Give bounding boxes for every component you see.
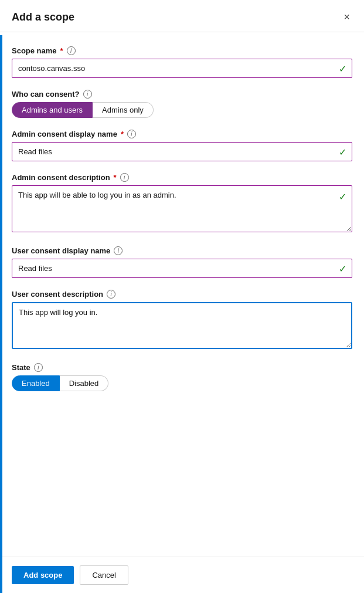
admins-only-button[interactable]: Admins only — [93, 102, 154, 118]
scope-name-label: Scope name * i — [12, 46, 352, 55]
state-group: State i Enabled Disabled — [12, 363, 352, 391]
required-star: * — [60, 46, 63, 55]
scope-name-input-wrapper: ✓ — [12, 59, 352, 78]
dialog-title: Add a scope — [12, 11, 74, 23]
left-accent-bar — [0, 35, 2, 593]
user-consent-display-name-group: User consent display name i ✓ — [12, 246, 352, 278]
admin-consent-display-name-info-icon[interactable]: i — [127, 130, 136, 138]
admin-consent-description-group: Admin consent description * i ✓ — [12, 173, 352, 235]
scope-name-group: Scope name * i ✓ — [12, 46, 352, 78]
close-button[interactable]: × — [341, 9, 352, 25]
add-scope-dialog: Add a scope × Scope name * i ✓ Who can c… — [0, 0, 364, 593]
who-can-consent-toggle: Admins and users Admins only — [12, 102, 352, 118]
state-toggle: Enabled Disabled — [12, 375, 352, 391]
admin-consent-display-name-input-wrapper: ✓ — [12, 142, 352, 161]
user-consent-description-label: User consent description i — [12, 290, 352, 299]
admin-consent-display-name-check-icon: ✓ — [339, 146, 346, 157]
who-can-consent-info-icon[interactable]: i — [83, 90, 92, 99]
cancel-button[interactable]: Cancel — [80, 565, 128, 585]
state-label: State i — [12, 363, 352, 372]
dialog-body: Scope name * i ✓ Who can consent? i Admi… — [0, 32, 364, 557]
dialog-header: Add a scope × — [0, 0, 364, 32]
scope-name-info-icon[interactable]: i — [67, 46, 76, 55]
user-consent-description-info-icon[interactable]: i — [107, 290, 115, 299]
admin-consent-description-textarea[interactable] — [12, 185, 352, 232]
admin-consent-display-name-label: Admin consent display name * i — [12, 130, 352, 138]
user-consent-description-textarea[interactable] — [12, 302, 352, 349]
enabled-button[interactable]: Enabled — [12, 375, 60, 391]
user-consent-description-group: User consent description i — [12, 290, 352, 351]
who-can-consent-label: Who can consent? i — [12, 90, 352, 99]
disabled-button[interactable]: Disabled — [60, 375, 109, 391]
scope-name-check-icon: ✓ — [339, 63, 346, 74]
who-can-consent-group: Who can consent? i Admins and users Admi… — [12, 90, 352, 118]
admin-consent-description-textarea-wrapper: ✓ — [12, 185, 352, 235]
admin-consent-description-info-icon[interactable]: i — [120, 173, 129, 182]
dialog-footer: Add scope Cancel — [0, 557, 364, 593]
state-info-icon[interactable]: i — [34, 363, 43, 372]
admin-consent-display-name-group: Admin consent display name * i ✓ — [12, 130, 352, 161]
scope-name-input[interactable] — [12, 59, 352, 78]
add-scope-button[interactable]: Add scope — [12, 566, 74, 584]
admin-consent-description-check-icon: ✓ — [339, 191, 346, 202]
user-consent-display-name-check-icon: ✓ — [339, 263, 346, 274]
required-star-3: * — [114, 173, 117, 182]
admin-consent-display-name-input[interactable] — [12, 142, 352, 161]
user-consent-display-name-info-icon[interactable]: i — [114, 246, 123, 255]
user-consent-display-name-input[interactable] — [12, 259, 352, 278]
user-consent-display-name-label: User consent display name i — [12, 246, 352, 255]
user-consent-description-textarea-wrapper — [12, 302, 352, 351]
required-star-2: * — [121, 130, 124, 138]
admin-consent-description-label: Admin consent description * i — [12, 173, 352, 182]
admins-and-users-button[interactable]: Admins and users — [12, 102, 93, 118]
user-consent-display-name-input-wrapper: ✓ — [12, 259, 352, 278]
